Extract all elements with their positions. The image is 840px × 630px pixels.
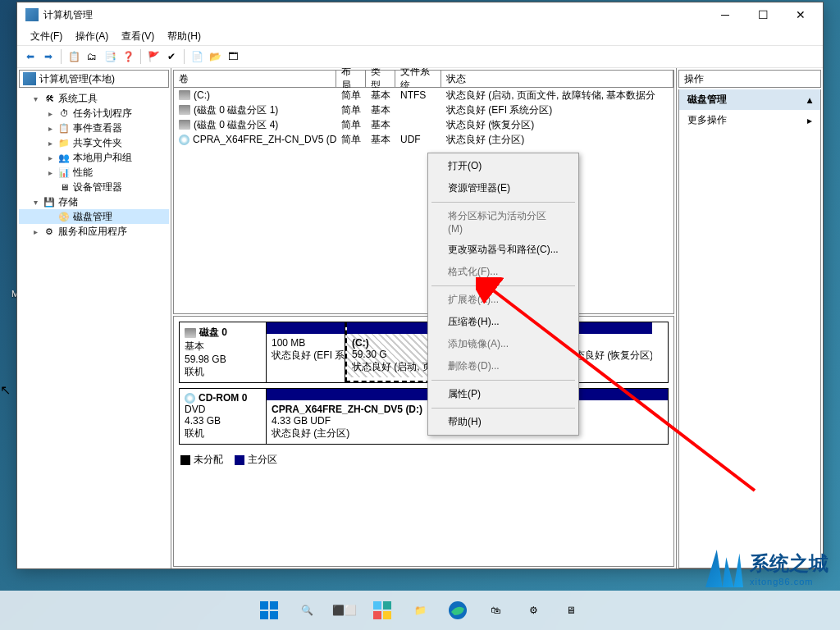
app-icon [25, 8, 39, 21]
menu-action[interactable]: 操作(A) [69, 28, 115, 45]
context-menu-item[interactable]: 更改驱动器号和路径(C)... [430, 239, 577, 261]
col-type[interactable]: 类型 [366, 71, 395, 87]
store-icon[interactable]: 🛍 [479, 594, 512, 627]
tree-panel: 计算机管理(本地) ▾🛠系统工具▸⏱任务计划程序▸📋事件查看器▸📁共享文件夹▸👥… [17, 68, 171, 568]
minimize-button[interactable]: ─ [706, 2, 744, 27]
volume-icon [179, 105, 190, 115]
taskview-icon[interactable]: ⬛⬜ [328, 594, 361, 627]
table-row[interactable]: (磁盘 0 磁盘分区 1)简单基本状态良好 (EFI 系统分区) [174, 103, 673, 117]
tree-node-icon: 🖥 [57, 180, 71, 194]
table-row[interactable]: (C:)简单基本NTFS状态良好 (启动, 页面文件, 故障转储, 基本数据分 [174, 88, 673, 103]
svg-rect-5 [270, 611, 278, 619]
col-filesystem[interactable]: 文件系统 [395, 71, 441, 87]
tool-icon[interactable]: 📂 [207, 48, 223, 65]
settings-icon[interactable]: ⚙ [517, 594, 550, 627]
tree-item[interactable]: ▾💾存储 [19, 194, 169, 209]
legend: 未分配 主分区 [174, 450, 673, 470]
svg-rect-7 [383, 601, 391, 609]
context-menu-item[interactable]: 压缩卷(H)... [430, 311, 577, 333]
more-actions[interactable]: 更多操作▸ [679, 110, 820, 130]
tree-label: 设备管理器 [73, 180, 122, 194]
widgets-icon[interactable] [366, 594, 399, 627]
menu-separator [431, 380, 575, 381]
context-menu: 打开(O)资源管理器(E)将分区标记为活动分区(M)更改驱动器号和路径(C)..… [427, 153, 579, 436]
center-panel: 卷 布局 类型 文件系统 状态 (C:)简单基本NTFS状态良好 (启动, 页面… [171, 68, 677, 568]
tool-icon[interactable]: 📑 [102, 48, 118, 65]
tool-icon[interactable]: 📋 [66, 48, 82, 65]
expand-icon[interactable]: ▸ [45, 139, 55, 148]
window-title: 计算机管理 [43, 8, 706, 22]
tree-label: 本地用户和组 [73, 151, 132, 165]
edge-icon[interactable] [441, 594, 474, 627]
svg-rect-6 [373, 601, 381, 609]
actions-title[interactable]: 磁盘管理▴ [679, 89, 820, 110]
svg-rect-3 [270, 601, 278, 609]
expand-icon[interactable]: ▸ [30, 227, 40, 236]
close-button[interactable]: ✕ [782, 2, 819, 27]
tree-label: 系统工具 [58, 92, 98, 106]
tool-icon[interactable]: 🗂 [84, 48, 100, 65]
expand-icon[interactable]: ▸ [45, 168, 55, 177]
tree-item[interactable]: 🖥设备管理器 [19, 180, 169, 194]
menu-view[interactable]: 查看(V) [115, 28, 161, 45]
tree-item[interactable]: ▾🛠系统工具 [19, 91, 169, 106]
menu-separator [431, 285, 575, 286]
col-status[interactable]: 状态 [441, 71, 673, 87]
maximize-button[interactable]: ☐ [744, 2, 782, 27]
expand-icon[interactable]: ▸ [45, 124, 55, 133]
disk-0-info: 磁盘 0 基本 59.98 GB 联机 [180, 322, 267, 382]
disk-icon [185, 328, 196, 338]
menu-separator [431, 202, 575, 203]
explorer-icon[interactable]: 📁 [404, 594, 436, 627]
taskbar[interactable]: 🔍 ⬛⬜ 📁 🛍 ⚙ 🖥 [0, 591, 840, 630]
tree-item[interactable]: ▸⏱任务计划程序 [19, 106, 169, 121]
tree-label: 存储 [58, 195, 78, 209]
disk-0-row[interactable]: 磁盘 0 基本 59.98 GB 联机 100 MB状态良好 (EFI 系(C:… [179, 322, 669, 383]
menu-file[interactable]: 文件(F) [24, 28, 69, 45]
col-volume[interactable]: 卷 [174, 71, 336, 87]
context-menu-item[interactable]: 打开(O) [430, 155, 577, 177]
context-menu-item[interactable]: 属性(P) [430, 383, 577, 405]
titlebar[interactable]: 计算机管理 ─ ☐ ✕ [17, 2, 823, 27]
help-icon[interactable]: ❓ [120, 48, 136, 65]
tree-root[interactable]: 计算机管理(本地) [19, 70, 169, 88]
tool-icon[interactable]: 🚩 [145, 48, 162, 65]
expand-icon[interactable]: ▾ [30, 198, 40, 207]
col-layout[interactable]: 布局 [336, 71, 366, 87]
tree-item[interactable]: ▸📋事件查看器 [19, 121, 169, 135]
search-icon[interactable]: 🔍 [290, 594, 323, 627]
tree-item[interactable]: ▸⚙服务和应用程序 [19, 224, 169, 239]
expand-icon[interactable]: ▾ [30, 94, 40, 103]
partition[interactable]: 100 MB状态良好 (EFI 系 [267, 322, 345, 382]
table-header: 卷 布局 类型 文件系统 状态 [173, 70, 674, 88]
expand-icon[interactable]: ▸ [45, 109, 55, 118]
tree-item[interactable]: ▸📊性能 [19, 165, 169, 180]
tree-node-icon: 📋 [57, 121, 71, 135]
context-menu-item: 删除卷(D)... [430, 355, 577, 377]
table-row[interactable]: (磁盘 0 磁盘分区 4)简单基本状态良好 (恢复分区) [174, 117, 673, 132]
cdrom-row[interactable]: CD-ROM 0 DVD 4.33 GB 联机 CPRA_X64FRE_ZH-C… [179, 388, 669, 445]
table-row[interactable]: CPRA_X64FRE_ZH-CN_DV5 (D:)简单基本UDF状态良好 (主… [174, 132, 673, 147]
expand-icon[interactable]: ▸ [45, 153, 55, 162]
back-icon[interactable]: ⬅ [22, 48, 39, 65]
mouse-cursor-icon: ↖ [0, 382, 11, 398]
start-button[interactable] [253, 594, 285, 627]
tree-item[interactable]: ▸👥本地用户和组 [19, 150, 169, 165]
context-menu-item[interactable]: 帮助(H) [430, 411, 577, 433]
tool-icon[interactable]: 📄 [189, 48, 205, 65]
menu-separator [431, 408, 575, 409]
tool-icon[interactable]: ✔ [163, 48, 180, 65]
computer-management-icon[interactable]: 🖥 [555, 594, 587, 627]
forward-icon[interactable]: ➡ [40, 48, 57, 65]
svg-rect-9 [383, 611, 391, 619]
app-icon [23, 72, 36, 85]
tool-icon[interactable]: 🗔 [225, 48, 241, 65]
context-menu-item[interactable]: 资源管理器(E) [430, 177, 577, 199]
disk-panel: 磁盘 0 基本 59.98 GB 联机 100 MB状态良好 (EFI 系(C:… [173, 316, 674, 567]
tree-item[interactable]: 📀磁盘管理 [19, 209, 169, 224]
menu-help[interactable]: 帮助(H) [161, 28, 208, 45]
svg-rect-2 [260, 601, 268, 609]
tree-item[interactable]: ▸📁共享文件夹 [19, 135, 169, 150]
tree-label: 性能 [73, 166, 93, 180]
tree-node-icon: 💾 [43, 195, 56, 208]
